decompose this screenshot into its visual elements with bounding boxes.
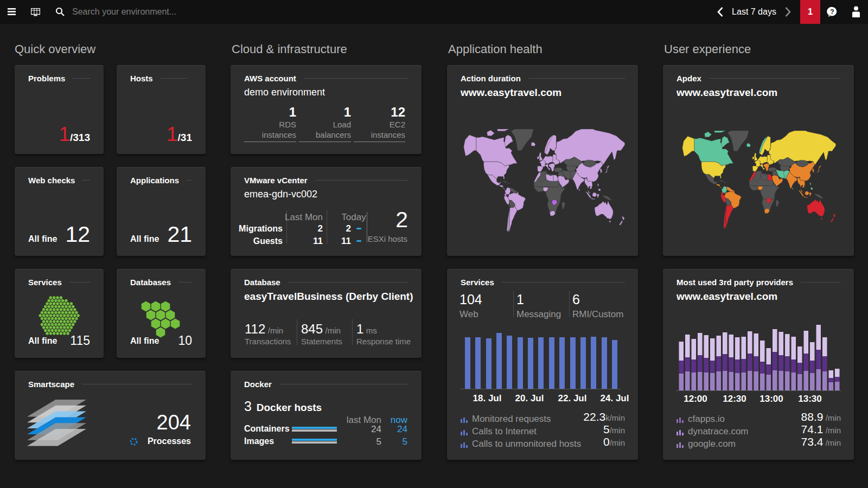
svg-text:?: ? — [830, 8, 834, 16]
